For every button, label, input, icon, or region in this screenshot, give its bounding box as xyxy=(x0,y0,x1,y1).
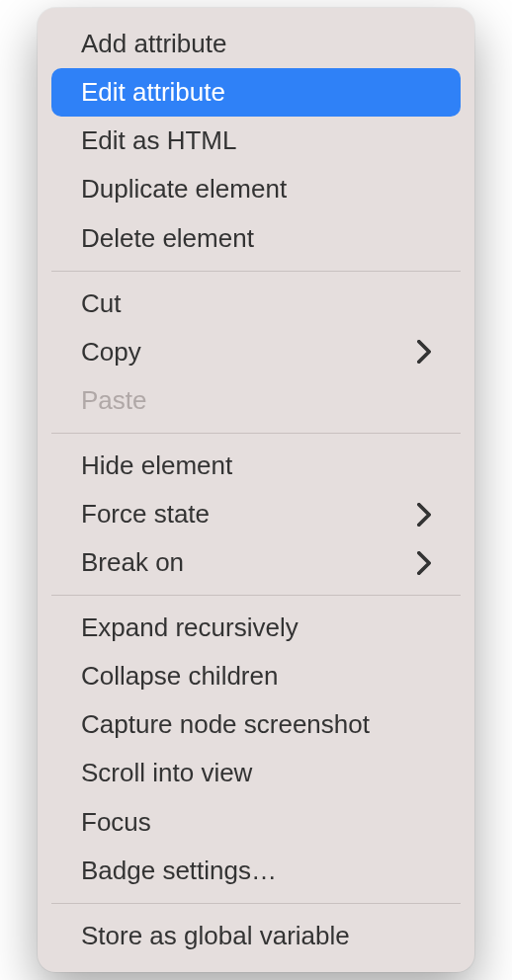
menu-item-label: Edit attribute xyxy=(81,75,225,110)
menu-item-edit-as-html[interactable]: Edit as HTML xyxy=(51,117,461,165)
menu-separator xyxy=(51,271,461,272)
menu-item-cut[interactable]: Cut xyxy=(51,280,461,328)
menu-item-label: Delete element xyxy=(81,221,254,256)
menu-item-label: Paste xyxy=(81,383,147,418)
chevron-right-icon xyxy=(417,503,431,527)
menu-item-label: Add attribute xyxy=(81,27,226,61)
menu-item-copy[interactable]: Copy xyxy=(51,328,461,376)
chevron-right-icon xyxy=(417,340,431,364)
menu-item-label: Edit as HTML xyxy=(81,123,237,158)
menu-item-hide-element[interactable]: Hide element xyxy=(51,442,461,490)
menu-item-label: Capture node screenshot xyxy=(81,707,370,742)
menu-item-capture-node-screenshot[interactable]: Capture node screenshot xyxy=(51,700,461,749)
menu-item-label: Store as global variable xyxy=(81,919,350,953)
menu-separator xyxy=(51,595,461,596)
menu-item-force-state[interactable]: Force state xyxy=(51,490,461,538)
menu-item-add-attribute[interactable]: Add attribute xyxy=(51,20,461,68)
menu-item-label: Hide element xyxy=(81,449,232,483)
menu-item-duplicate-element[interactable]: Duplicate element xyxy=(51,165,461,213)
menu-item-focus[interactable]: Focus xyxy=(51,798,461,847)
menu-item-label: Copy xyxy=(81,335,141,369)
menu-item-delete-element[interactable]: Delete element xyxy=(51,214,461,263)
menu-item-break-on[interactable]: Break on xyxy=(51,538,461,587)
menu-item-label: Badge settings… xyxy=(81,854,277,888)
menu-item-label: Cut xyxy=(81,286,121,321)
menu-item-label: Collapse children xyxy=(81,659,278,694)
menu-item-label: Duplicate element xyxy=(81,172,287,206)
menu-separator xyxy=(51,903,461,904)
menu-separator xyxy=(51,433,461,434)
context-menu: Add attributeEdit attributeEdit as HTMLD… xyxy=(38,8,474,972)
menu-item-label: Force state xyxy=(81,497,210,531)
menu-item-collapse-children[interactable]: Collapse children xyxy=(51,652,461,700)
menu-item-label: Scroll into view xyxy=(81,756,252,790)
menu-item-label: Break on xyxy=(81,545,184,580)
menu-item-label: Focus xyxy=(81,805,151,840)
menu-item-expand-recursively[interactable]: Expand recursively xyxy=(51,604,461,652)
menu-item-paste: Paste xyxy=(51,376,461,425)
menu-item-label: Expand recursively xyxy=(81,611,299,645)
menu-item-badge-settings[interactable]: Badge settings… xyxy=(51,847,461,895)
menu-item-scroll-into-view[interactable]: Scroll into view xyxy=(51,749,461,797)
menu-item-store-as-global-variable[interactable]: Store as global variable xyxy=(51,912,461,960)
menu-item-edit-attribute[interactable]: Edit attribute xyxy=(51,68,461,117)
chevron-right-icon xyxy=(417,551,431,575)
